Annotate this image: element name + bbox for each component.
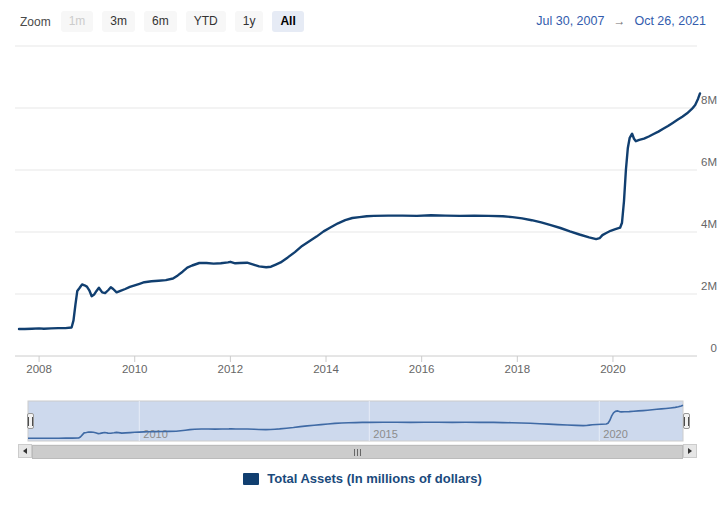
legend-label: Total Assets (In millions of dollars): [267, 471, 482, 486]
scrollbar-track[interactable]: [32, 444, 683, 458]
navigator-axis-label: 2015: [373, 428, 397, 440]
scrollbar-right-arrow-icon[interactable]: [683, 444, 697, 458]
y-axis-label: 6M: [701, 156, 717, 168]
scrollbar: [18, 444, 697, 458]
scrollbar-grip-icon: [354, 449, 361, 456]
scrollbar-left-arrow-icon[interactable]: [18, 444, 32, 458]
navigator-left-handle-icon[interactable]: [27, 413, 34, 429]
navigator-axis-label: 2020: [603, 428, 627, 440]
y-axis-label: 0: [711, 342, 717, 354]
legend-swatch-icon: [243, 473, 259, 485]
y-axis-label: 8M: [701, 94, 717, 106]
x-axis-label: 2012: [218, 363, 244, 375]
legend-item-total-assets[interactable]: Total Assets (In millions of dollars): [0, 471, 725, 486]
x-axis-label: 2018: [505, 363, 531, 375]
stock-chart-widget: Zoom 1m 3m 6m YTD 1y All Jul 30, 2007 → …: [0, 0, 725, 505]
x-axis-label: 2010: [122, 363, 148, 375]
main-chart[interactable]: 02M4M6M8M2008201020122014201620182020201…: [0, 0, 725, 465]
x-axis-label: 2020: [600, 363, 626, 375]
navigator-mask[interactable]: [28, 401, 683, 441]
y-axis-label: 4M: [701, 218, 717, 230]
y-axis-label: 2M: [701, 280, 717, 292]
x-axis-label: 2008: [26, 363, 52, 375]
scrollbar-thumb[interactable]: [32, 445, 683, 459]
x-axis-label: 2016: [409, 363, 435, 375]
navigator-right-handle-icon[interactable]: [683, 413, 690, 429]
x-axis-label: 2014: [313, 363, 339, 375]
navigator-axis-label: 2010: [143, 428, 167, 440]
